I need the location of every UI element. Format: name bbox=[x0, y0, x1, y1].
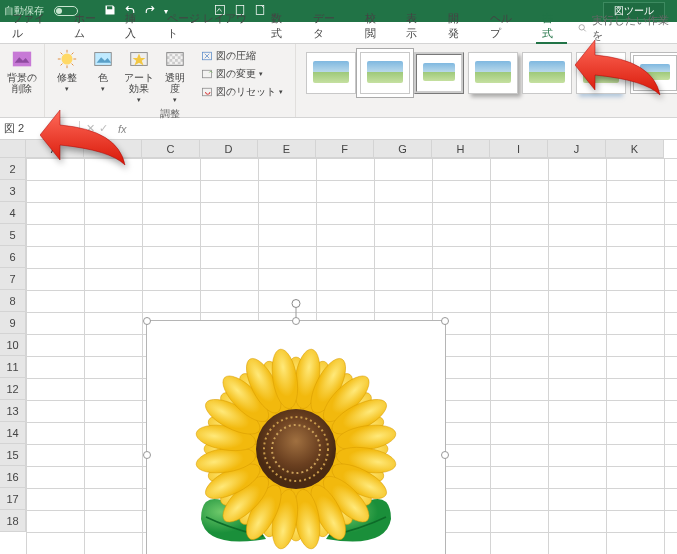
reset-icon bbox=[201, 86, 213, 98]
compress-icon bbox=[201, 50, 213, 62]
svg-point-62 bbox=[256, 409, 336, 489]
col-head[interactable]: H bbox=[432, 140, 490, 158]
corrections-button[interactable]: 修整 ▾ bbox=[49, 46, 85, 106]
resize-handle-nw[interactable] bbox=[143, 317, 151, 325]
change-icon bbox=[201, 68, 213, 80]
remove-bg-label: 背景の 削除 bbox=[7, 72, 37, 94]
svg-line-13 bbox=[61, 64, 63, 66]
col-head[interactable]: J bbox=[548, 140, 606, 158]
svg-rect-18 bbox=[167, 53, 184, 66]
ribbon-group-remove-bg: 背景の 削除 bbox=[0, 44, 45, 117]
artistic-icon bbox=[128, 48, 150, 70]
annotation-arrow-2 bbox=[575, 30, 665, 100]
rotate-handle[interactable] bbox=[292, 299, 301, 308]
transparency-label: 透明 度 bbox=[165, 72, 185, 94]
row-head[interactable]: 14 bbox=[0, 422, 26, 444]
picture-style-5[interactable] bbox=[522, 52, 572, 94]
row-head[interactable]: 8 bbox=[0, 290, 26, 312]
picture-style-1[interactable] bbox=[306, 52, 356, 94]
compress-pictures-button[interactable]: 図の圧縮 bbox=[197, 48, 287, 64]
transparency-button[interactable]: 透明 度 ▾ bbox=[157, 46, 193, 106]
col-head[interactable]: G bbox=[374, 140, 432, 158]
tab-view[interactable]: 表示 bbox=[400, 9, 432, 43]
resize-handle-e[interactable] bbox=[441, 451, 449, 459]
row-head[interactable]: 12 bbox=[0, 378, 26, 400]
row-head[interactable]: 17 bbox=[0, 488, 26, 510]
change-picture-button[interactable]: 図の変更 ▾ bbox=[197, 66, 287, 82]
col-head[interactable]: D bbox=[200, 140, 258, 158]
row-head[interactable]: 9 bbox=[0, 312, 26, 334]
row-head[interactable]: 10 bbox=[0, 334, 26, 356]
col-head[interactable]: F bbox=[316, 140, 374, 158]
sunflower-image bbox=[181, 339, 411, 554]
col-head[interactable]: E bbox=[258, 140, 316, 158]
tab-developer[interactable]: 開発 bbox=[442, 9, 474, 43]
row-headers: 2 3 4 5 6 7 8 9 10 11 12 13 14 15 16 17 … bbox=[0, 158, 26, 532]
svg-point-5 bbox=[62, 54, 73, 65]
tab-file[interactable]: ファイル bbox=[6, 9, 58, 43]
row-head[interactable]: 11 bbox=[0, 356, 26, 378]
artistic-label: アート効果 bbox=[123, 72, 155, 94]
row-head[interactable]: 15 bbox=[0, 444, 26, 466]
tab-home[interactable]: ホーム bbox=[68, 9, 110, 43]
resize-handle-ne[interactable] bbox=[441, 317, 449, 325]
tab-page-layout[interactable]: ページ レイアウト bbox=[161, 9, 255, 43]
tab-data[interactable]: データ bbox=[307, 9, 349, 43]
color-label: 色 bbox=[98, 72, 108, 83]
row-head[interactable]: 18 bbox=[0, 510, 26, 532]
tab-formulas[interactable]: 数式 bbox=[265, 9, 297, 43]
worksheet-area[interactable]: A B C D E F G H I J K 2 3 4 5 6 7 8 9 10… bbox=[0, 140, 677, 554]
tab-insert[interactable]: 挿入 bbox=[119, 9, 151, 43]
change-label: 図の変更 bbox=[216, 67, 256, 81]
tab-help[interactable]: ヘルプ bbox=[484, 9, 526, 43]
name-box-value: 図 2 bbox=[4, 121, 24, 136]
corrections-label: 修整 bbox=[57, 72, 77, 83]
row-head[interactable]: 3 bbox=[0, 180, 26, 202]
picture-style-3[interactable] bbox=[414, 52, 464, 94]
row-head[interactable]: 13 bbox=[0, 400, 26, 422]
row-head[interactable]: 2 bbox=[0, 158, 26, 180]
select-all-corner[interactable] bbox=[0, 140, 26, 158]
svg-line-12 bbox=[72, 53, 74, 55]
col-head[interactable]: I bbox=[490, 140, 548, 158]
annotation-arrow-1 bbox=[40, 100, 130, 170]
svg-line-10 bbox=[61, 53, 63, 55]
col-head[interactable]: C bbox=[142, 140, 200, 158]
color-icon bbox=[92, 48, 114, 70]
row-head[interactable]: 16 bbox=[0, 466, 26, 488]
resize-handle-w[interactable] bbox=[143, 451, 151, 459]
artistic-effects-button[interactable]: アート効果 ▾ bbox=[121, 46, 157, 106]
tab-review[interactable]: 校閲 bbox=[359, 9, 391, 43]
col-head[interactable]: K bbox=[606, 140, 664, 158]
row-head[interactable]: 7 bbox=[0, 268, 26, 290]
corrections-icon bbox=[56, 48, 78, 70]
remove-background-button[interactable]: 背景の 削除 bbox=[4, 46, 40, 96]
reset-picture-button[interactable]: 図のリセット ▾ bbox=[197, 84, 287, 100]
tab-format[interactable]: 書式 bbox=[536, 9, 568, 43]
transparency-icon bbox=[164, 48, 186, 70]
resize-handle-n[interactable] bbox=[292, 317, 300, 325]
row-head[interactable]: 5 bbox=[0, 224, 26, 246]
picture-style-4[interactable] bbox=[468, 52, 518, 94]
row-head[interactable]: 6 bbox=[0, 246, 26, 268]
reset-label: 図のリセット bbox=[216, 85, 276, 99]
svg-line-11 bbox=[72, 64, 74, 66]
row-head[interactable]: 4 bbox=[0, 202, 26, 224]
picture-style-2[interactable] bbox=[360, 52, 410, 94]
compress-label: 図の圧縮 bbox=[216, 49, 256, 63]
svg-rect-4 bbox=[13, 52, 31, 67]
selected-picture[interactable] bbox=[146, 320, 446, 554]
remove-bg-icon bbox=[11, 48, 33, 70]
color-button[interactable]: 色 ▾ bbox=[85, 46, 121, 106]
